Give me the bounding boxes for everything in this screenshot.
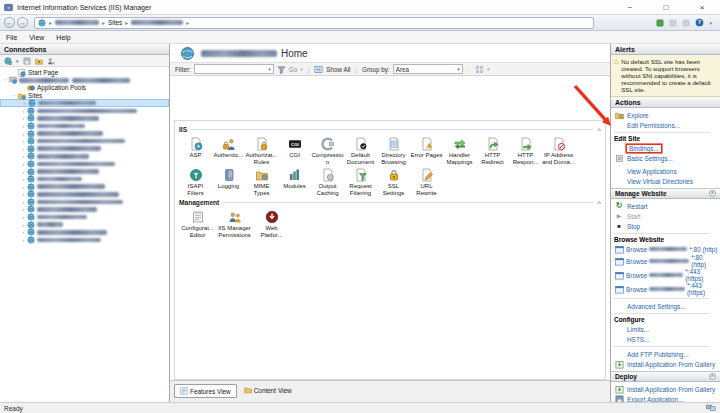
- action-explore[interactable]: Explore: [614, 110, 718, 120]
- feature-mimetypes[interactable]: MIME Types: [245, 166, 278, 197]
- tree-expander[interactable]: ›: [20, 115, 27, 121]
- tree-expander[interactable]: ›: [20, 214, 27, 220]
- tab-content-view[interactable]: Content View: [239, 384, 297, 396]
- status-icon[interactable]: [656, 19, 664, 27]
- tree-expander[interactable]: ›: [20, 229, 27, 235]
- tree-expander[interactable]: ›: [20, 108, 27, 114]
- action-hsts[interactable]: HSTS...: [614, 334, 718, 344]
- menu-item-help[interactable]: Help: [56, 34, 70, 41]
- group-by-select[interactable]: Area▾: [393, 64, 463, 74]
- view-mode-icon[interactable]: [475, 65, 484, 74]
- tree-expander[interactable]: ›: [20, 176, 27, 182]
- tree-item-site[interactable]: ›: [0, 122, 169, 130]
- action-browse[interactable]: Browse*:443 (https): [614, 268, 718, 282]
- breadcrumb[interactable]: ▸▸Sites▸▸: [34, 17, 594, 29]
- action-limits[interactable]: Limits...: [614, 324, 718, 334]
- feature-configeditor[interactable]: Configurat... Editor: [179, 208, 216, 239]
- maximize-button[interactable]: □: [648, 0, 684, 15]
- show-all-button[interactable]: Show All: [326, 66, 350, 73]
- collapse-chevron-icon[interactable]: ^: [709, 373, 716, 380]
- tree-expander[interactable]: ›: [20, 146, 27, 152]
- action-bindings[interactable]: Bindings...: [614, 143, 718, 153]
- tree-item-site[interactable]: ›: [0, 153, 169, 161]
- help-dropdown[interactable]: ▾: [709, 20, 712, 26]
- collapse-chevron-icon[interactable]: ^: [709, 190, 716, 197]
- save-icon[interactable]: [23, 57, 31, 65]
- feature-ssl[interactable]: SSL Settings: [377, 166, 410, 197]
- view-mode-dropdown[interactable]: ▾: [487, 66, 490, 72]
- tree-expander[interactable]: ›: [20, 131, 27, 137]
- tab-features-view[interactable]: Features View: [174, 384, 237, 398]
- tree-expander[interactable]: ›: [20, 222, 27, 228]
- go-button[interactable]: Go: [289, 66, 297, 73]
- feature-logging[interactable]: Logging: [212, 166, 245, 197]
- tree-item-site[interactable]: ›: [0, 228, 169, 236]
- action-start[interactable]: ▶Start: [614, 211, 718, 221]
- collapse-chevron-icon[interactable]: ^: [597, 200, 601, 206]
- action-basic-settings[interactable]: Basic Settings...: [614, 153, 718, 163]
- action-browse[interactable]: Browse*:443 (https): [614, 282, 718, 296]
- action-add-ftp-publishing[interactable]: Add FTP Publishing...: [614, 349, 718, 359]
- tree-expander[interactable]: ›: [20, 237, 27, 243]
- tree-item-site[interactable]: ›: [0, 130, 169, 138]
- tree-expander[interactable]: ›: [20, 169, 27, 175]
- tree-item-site[interactable]: ›: [0, 160, 169, 168]
- tree-expander[interactable]: ›: [20, 199, 27, 205]
- tree-item-site[interactable]: ›: [0, 183, 169, 191]
- tree-item-sites[interactable]: ›Sites: [0, 92, 169, 100]
- tree-expander[interactable]: ›: [21, 100, 28, 106]
- action-advanced-settings[interactable]: Advanced Settings...: [614, 301, 718, 311]
- collapse-chevron-icon[interactable]: ^: [597, 127, 601, 133]
- connect-dropdown[interactable]: ▾: [16, 58, 19, 64]
- feature-modules[interactable]: Modules: [278, 166, 311, 197]
- menu-item-file[interactable]: File: [6, 34, 17, 41]
- tree-item-site[interactable]: ›: [0, 198, 169, 206]
- tree-item-site[interactable]: ›: [0, 168, 169, 176]
- feature-handlermap[interactable]: Handler Mappings: [443, 135, 476, 166]
- settings-icon[interactable]: [669, 19, 677, 27]
- feature-iismgrperm[interactable]: IIS Manager Permissions: [216, 208, 253, 239]
- feature-outputcaching[interactable]: Output Caching: [311, 166, 344, 197]
- tree-item-site[interactable]: ›: [0, 206, 169, 214]
- action-browse[interactable]: Browse*:80 (http): [614, 254, 718, 268]
- tree-expander[interactable]: ›: [20, 153, 27, 159]
- feature-isapi[interactable]: ISAPI Filters: [179, 166, 212, 197]
- action-view-virtual-directories[interactable]: View Virtual Directories: [614, 176, 718, 186]
- feature-dirbrowse[interactable]: Directory Browsing: [377, 135, 410, 166]
- tree-item-site[interactable]: ›: [0, 221, 169, 229]
- feature-httpredirect[interactable]: HTTP Redirect: [476, 135, 509, 166]
- tree-item-site[interactable]: ›: [0, 77, 169, 85]
- feature-defaultdoc[interactable]: Default Document: [344, 135, 377, 166]
- tree-expander[interactable]: ›: [20, 184, 27, 190]
- action-install-application-from-gallery[interactable]: Install Application From Gallery: [614, 384, 718, 394]
- connect-icon[interactable]: [4, 57, 12, 65]
- tree-item-start-page[interactable]: Start Page: [0, 69, 169, 77]
- forward-button[interactable]: →: [17, 17, 28, 28]
- up-icon[interactable]: [35, 57, 43, 65]
- tree-item-site[interactable]: ›: [0, 107, 169, 115]
- feature-urlrewrite[interactable]: URL Rewrite: [410, 166, 443, 197]
- tree-expander[interactable]: ›: [20, 138, 27, 144]
- filter-input[interactable]: ▾: [194, 64, 274, 74]
- feature-ipdomain[interactable]: IP Address and Doma...: [542, 135, 575, 166]
- action-browse[interactable]: Browse*:80 (http): [614, 244, 718, 254]
- action-install-application-from-gallery[interactable]: Install Application From Gallery: [614, 359, 718, 369]
- tree-expander[interactable]: ›: [12, 92, 18, 99]
- feature-compression[interactable]: Compression: [311, 135, 344, 166]
- close-button[interactable]: ×: [684, 0, 720, 15]
- feature-requestfiltering[interactable]: Request Filtering: [344, 166, 377, 197]
- feature-webplatform[interactable]: Web Platfor...: [253, 208, 290, 239]
- tree-expander[interactable]: ›: [20, 206, 27, 212]
- action-view-applications[interactable]: View Applications: [614, 166, 718, 176]
- feature-authorization[interactable]: Authorizat... Rules: [245, 135, 278, 166]
- tree-expander[interactable]: ›: [20, 161, 27, 167]
- delete-icon[interactable]: [47, 57, 55, 65]
- tree-item-site[interactable]: ›: [0, 236, 169, 244]
- breadcrumb-item[interactable]: Sites: [108, 19, 122, 26]
- action-restart[interactable]: ↻Restart: [614, 201, 718, 211]
- minimize-button[interactable]: −: [612, 0, 648, 15]
- action-edit-permissions[interactable]: Edit Permissions...: [614, 120, 718, 130]
- refresh-icon[interactable]: [682, 19, 690, 27]
- feature-authentication[interactable]: Authentic...: [212, 135, 245, 166]
- menu-item-view[interactable]: View: [29, 34, 44, 41]
